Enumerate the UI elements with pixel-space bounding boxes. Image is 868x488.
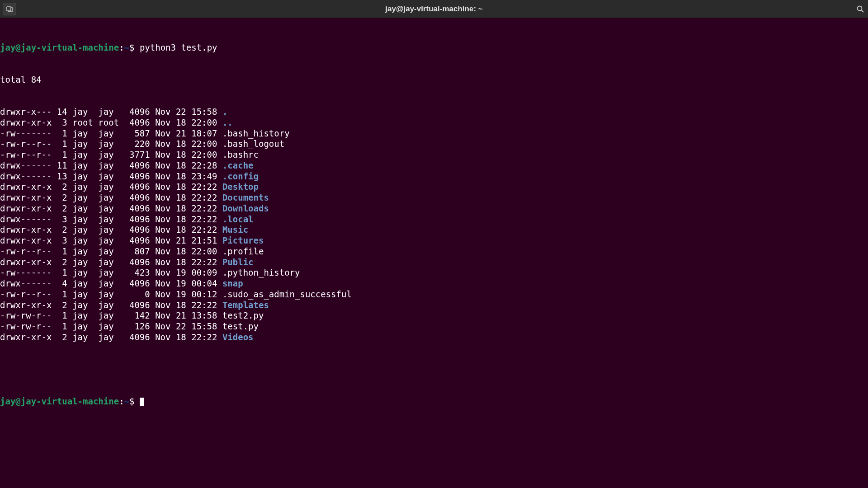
file-name: .cache xyxy=(222,160,254,170)
file-name: .profile xyxy=(222,246,264,256)
new-tab-button[interactable] xyxy=(3,3,16,15)
titlebar: jay@jay-virtual-machine: ~ xyxy=(0,0,868,18)
file-name: Music xyxy=(222,225,248,235)
file-name: .bash_logout xyxy=(222,139,284,149)
svg-line-2 xyxy=(862,10,864,12)
file-name: Documents xyxy=(222,192,269,202)
listing-row: -rw------- 1 jay jay 423 Nov 19 00:09 .p… xyxy=(0,267,868,278)
window-title: jay@jay-virtual-machine: ~ xyxy=(385,5,482,14)
svg-point-1 xyxy=(858,6,862,10)
listing-row: -rw-rw-r-- 1 jay jay 126 Nov 22 15:58 te… xyxy=(0,321,868,332)
listing-row: drwx------ 4 jay jay 4096 Nov 19 00:04 s… xyxy=(0,278,868,289)
blank-line xyxy=(0,364,868,375)
file-name: .config xyxy=(222,171,259,181)
titlebar-left xyxy=(0,3,16,15)
listing-row: -rw------- 1 jay jay 587 Nov 21 18:07 .b… xyxy=(0,128,868,139)
listing-row: drwxr-xr-x 2 jay jay 4096 Nov 18 22:22 D… xyxy=(0,203,868,214)
file-name: Pictures xyxy=(222,235,264,245)
listing-row: drwxr-xr-x 2 jay jay 4096 Nov 18 22:22 V… xyxy=(0,332,868,343)
file-name: .. xyxy=(222,117,233,127)
prompt-user-host: jay@jay-virtual-machine xyxy=(0,42,119,52)
listing-row: -rw-r--r-- 1 jay jay 807 Nov 18 22:00 .p… xyxy=(0,246,868,257)
file-name: .bashrc xyxy=(222,150,259,160)
search-icon xyxy=(856,5,864,13)
file-name: test.py xyxy=(222,321,259,331)
file-name: .python_history xyxy=(222,267,300,277)
listing-row: drwxr-xr-x 3 root root 4096 Nov 18 22:00… xyxy=(0,117,868,128)
file-name: . xyxy=(222,107,227,117)
file-name: Videos xyxy=(222,332,254,342)
file-name: Downloads xyxy=(222,203,269,213)
new-tab-icon xyxy=(6,5,13,13)
file-name: Templates xyxy=(222,300,269,310)
file-name: .local xyxy=(222,214,254,224)
svg-rect-0 xyxy=(7,7,11,11)
listing-row: drwxr-xr-x 2 jay jay 4096 Nov 18 22:22 D… xyxy=(0,192,868,203)
listing-row: -rw-r--r-- 1 jay jay 3771 Nov 18 22:00 .… xyxy=(0,150,868,160)
prompt-path: ~ xyxy=(124,42,129,52)
file-name: test2.py xyxy=(222,310,264,320)
cursor xyxy=(140,398,144,406)
search-button[interactable] xyxy=(853,1,868,17)
prompt-line: jay@jay-virtual-machine:~$ xyxy=(0,396,868,407)
prompt-dollar: $ xyxy=(129,396,134,406)
listing-row: drwxr-xr-x 2 jay jay 4096 Nov 18 22:22 D… xyxy=(0,182,868,192)
listing-container: drwxr-x--- 14 jay jay 4096 Nov 22 15:58 … xyxy=(0,107,868,343)
prompt-user-host: jay@jay-virtual-machine xyxy=(0,396,119,406)
prompt-line: jay@jay-virtual-machine:~$ python3 test.… xyxy=(0,42,868,53)
titlebar-right xyxy=(853,1,868,17)
listing-row: drwx------ 3 jay jay 4096 Nov 18 22:22 .… xyxy=(0,214,868,225)
file-name: Public xyxy=(222,257,254,267)
prompt-dollar: $ xyxy=(129,42,134,52)
file-name: Desktop xyxy=(222,182,259,192)
listing-row: drwx------ 13 jay jay 4096 Nov 18 23:49 … xyxy=(0,171,868,182)
file-name: snap xyxy=(222,278,243,288)
file-name: .bash_history xyxy=(222,128,290,138)
prompt-path: ~ xyxy=(124,396,129,406)
terminal-output[interactable]: jay@jay-virtual-machine:~$ python3 test.… xyxy=(0,18,868,418)
listing-row: drwxr-xr-x 3 jay jay 4096 Nov 21 21:51 P… xyxy=(0,235,868,246)
listing-row: -rw-r--r-- 1 jay jay 0 Nov 19 00:12 .sud… xyxy=(0,289,868,300)
total-line: total 84 xyxy=(0,75,868,85)
listing-row: drwxr-xr-x 2 jay jay 4096 Nov 18 22:22 T… xyxy=(0,300,868,311)
listing-row: drwxr-x--- 14 jay jay 4096 Nov 22 15:58 … xyxy=(0,107,868,117)
listing-row: -rw-r--r-- 1 jay jay 220 Nov 18 22:00 .b… xyxy=(0,139,868,150)
prompt-colon: : xyxy=(119,42,124,52)
listing-row: drwxr-xr-x 2 jay jay 4096 Nov 18 22:22 P… xyxy=(0,257,868,268)
prompt-colon: : xyxy=(119,396,124,406)
listing-row: -rw-rw-r-- 1 jay jay 142 Nov 21 13:58 te… xyxy=(0,310,868,321)
listing-row: drwxr-xr-x 2 jay jay 4096 Nov 18 22:22 M… xyxy=(0,225,868,235)
command-text: python3 test.py xyxy=(140,42,217,52)
listing-row: drwx------ 11 jay jay 4096 Nov 18 22:28 … xyxy=(0,160,868,171)
file-name: .sudo_as_admin_successful xyxy=(222,289,352,299)
